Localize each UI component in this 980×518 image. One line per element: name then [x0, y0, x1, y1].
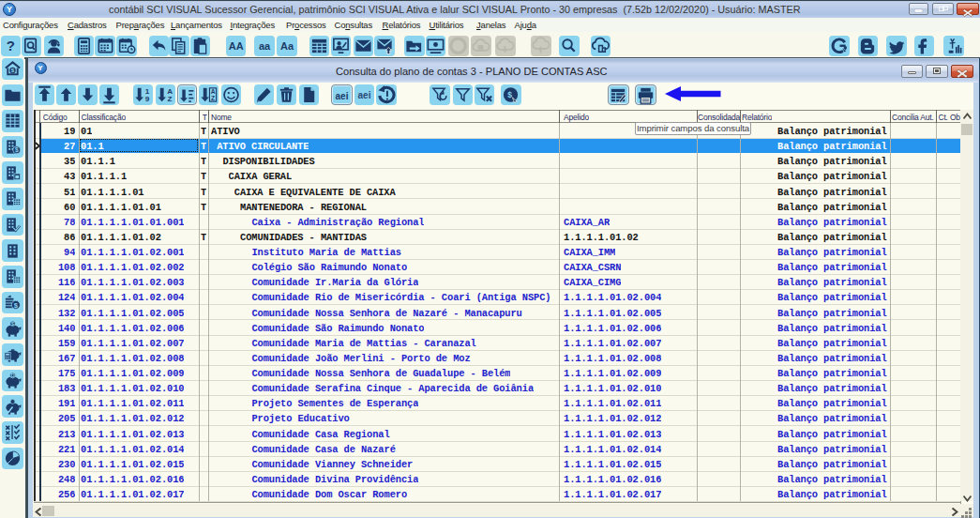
- svg-text:Z: Z: [167, 95, 172, 103]
- svg-text:$: $: [11, 321, 14, 327]
- svg-text:aei: aei: [335, 91, 348, 101]
- svg-text:$: $: [507, 90, 512, 99]
- svg-text:$: $: [14, 146, 18, 154]
- svg-text:$: $: [10, 67, 14, 73]
- svg-text:A: A: [211, 88, 216, 95]
- svg-text:aei: aei: [358, 90, 371, 100]
- svg-text:Z: Z: [211, 95, 215, 101]
- svg-text:9: 9: [145, 95, 150, 103]
- svg-text:D: D: [10, 373, 14, 378]
